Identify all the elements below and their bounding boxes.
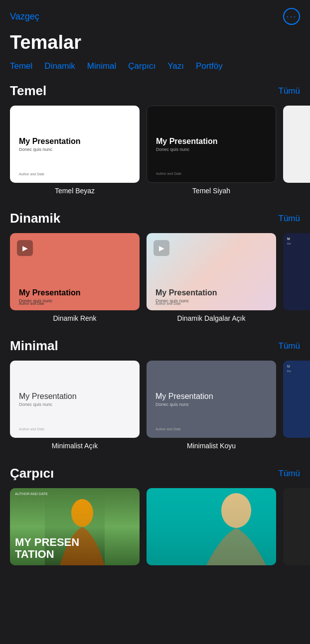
carpici-2-bg [147,488,276,565]
card-temel-siyah-label: Temel Siyah [192,187,230,195]
card-carpici-2[interactable] [147,488,276,565]
card-wrapper-temel-beyaz: My Presentation Donec quis nunc Author a… [10,106,140,195]
card-wrapper-carpici-partial [283,488,310,569]
temel-cards-row: My Presentation Donec quis nunc Author a… [0,106,310,195]
card-wrapper-temel-partial [283,106,310,195]
card-carpici-1[interactable]: AUTHOR AND DATE MY PRESENTATION [10,488,140,565]
section-title-temel: Temel [10,83,46,99]
card-minimalist-koyu[interactable]: My Presentation Donec quis nunc Author a… [147,361,276,438]
filter-tab-minimal[interactable]: Minimal [87,61,117,71]
section-carpici: Çarpıcı Tümü [0,462,310,581]
card-temel-beyaz-label: Temel Beyaz [55,187,95,195]
card-wrapper-dinamik-renk: ▶ My Presentation Donec quis nunc Author… [10,233,140,322]
card-dinamik-dalgalar-author: Author and Date [155,302,181,305]
filter-tab-carpici[interactable]: Çarpıcı [128,61,155,71]
section-title-dinamik: Dinamik [10,211,60,226]
card-dinamik-renk-title: My Presentation [19,288,131,297]
more-button[interactable]: ··· [283,8,300,25]
card-dinamik-dalgalar-label: Dinamik Dalgalar Açık [177,314,246,322]
card-wrapper-carpici-1: AUTHOR AND DATE MY PRESENTATION [10,488,140,569]
section-title-minimal: Minimal [10,338,58,354]
filter-tab-yazi[interactable]: Yazı [167,61,184,71]
card-minimalist-acik-author: Author and Date [19,427,44,431]
section-dinamik: Dinamik Tümü ▶ My Presentation Donec qui… [0,207,310,334]
filter-tabs: Temel Dinamik Minimal Çarpıcı Yazı Portf… [0,61,310,79]
card-dinamik-partial[interactable]: M Dor [283,233,310,310]
section-all-minimal[interactable]: Tümü [279,341,300,351]
card-dinamik-dalgalar[interactable]: ▶ My Presentation Donec quis nunc Author… [147,233,276,310]
section-all-carpici[interactable]: Tümü [279,469,300,479]
section-header-minimal: Minimal Tümü [0,334,310,361]
card-temel-beyaz-author: Author and Date [19,172,44,176]
card-dinamik-renk[interactable]: ▶ My Presentation Donec quis nunc Author… [10,233,140,310]
minimal-cards-row: My Presentation Donec quis nunc Author a… [0,361,310,450]
card-carpici-partial[interactable] [283,488,310,565]
filter-tab-portfoy[interactable]: Portföy [196,61,223,71]
card-wrapper-dinamik-dalgalar: ▶ My Presentation Donec quis nunc Author… [147,233,276,322]
card-minimalist-koyu-sub: Donec quis nunc [155,402,267,407]
card-temel-siyah-title: My Presentation [156,137,267,146]
card-wrapper-carpici-2 [147,488,276,569]
card-temel-siyah-author: Author and Date [156,172,181,175]
carpici-cards-row: AUTHOR AND DATE MY PRESENTATION [0,488,310,569]
card-dinamik-renk-author: Author and Date [19,302,44,305]
card-temel-siyah-sub: Donec quis nunc [156,147,267,152]
play-icon-dinamik-renk: ▶ [17,240,33,256]
card-dinamik-renk-label: Dinamik Renk [53,314,96,322]
more-icon: ··· [286,12,297,21]
section-all-temel[interactable]: Tümü [279,86,300,96]
card-minimalist-acik-sub: Donec quis nunc [19,402,131,407]
filter-tab-dinamik[interactable]: Dinamik [44,61,75,71]
card-minimal-partial[interactable]: M Dor [283,361,310,438]
section-header-temel: Temel Tümü [0,79,310,106]
section-header-dinamik: Dinamik Tümü [0,207,310,233]
section-title-carpici: Çarpıcı [10,466,54,481]
card-wrapper-dinamik-partial: M Dor [283,233,310,322]
svg-rect-3 [147,488,276,565]
card-minimalist-koyu-title: My Presentation [155,392,267,401]
section-minimal: Minimal Tümü My Presentation Donec quis … [0,334,310,462]
filter-tab-temel[interactable]: Temel [10,61,32,71]
card-temel-partial[interactable] [283,106,310,183]
card-minimalist-acik-label: Minimalist Açık [52,442,98,450]
card-wrapper-minimalist-acik: My Presentation Donec quis nunc Author a… [10,361,140,450]
section-all-dinamik[interactable]: Tümü [279,214,300,224]
card-minimalist-koyu-author: Author and Date [155,427,181,431]
card-wrapper-minimal-partial: M Dor [283,361,310,450]
card-dinamik-dalgalar-title: My Presentation [155,288,267,297]
section-temel: Temel Tümü My Presentation Donec quis nu… [0,79,310,207]
top-bar: Vazgeç ··· [0,0,310,29]
play-icon-dinamik-dalgalar: ▶ [154,240,169,256]
section-header-carpici: Çarpıcı Tümü [0,462,310,488]
carpici-1-author-text: AUTHOR AND DATE [15,492,48,496]
card-minimalist-koyu-label: Minimalist Koyu [187,442,236,450]
card-temel-beyaz[interactable]: My Presentation Donec quis nunc Author a… [10,106,140,183]
card-temel-beyaz-title: My Presentation [19,137,131,146]
card-wrapper-minimalist-koyu: My Presentation Donec quis nunc Author a… [147,361,276,450]
card-temel-beyaz-sub: Donec quis nunc [19,147,131,152]
cancel-button[interactable]: Vazgeç [10,11,39,22]
card-minimalist-acik[interactable]: My Presentation Donec quis nunc Author a… [10,361,140,438]
card-minimalist-acik-title: My Presentation [19,392,131,401]
carpici-1-title: MY PRESENTATION [15,536,79,560]
page-title: Temalar [0,29,310,61]
card-temel-siyah[interactable]: My Presentation Donec quis nunc Author a… [147,106,276,183]
card-wrapper-temel-siyah: My Presentation Donec quis nunc Author a… [147,106,276,195]
dinamik-cards-row: ▶ My Presentation Donec quis nunc Author… [0,233,310,322]
